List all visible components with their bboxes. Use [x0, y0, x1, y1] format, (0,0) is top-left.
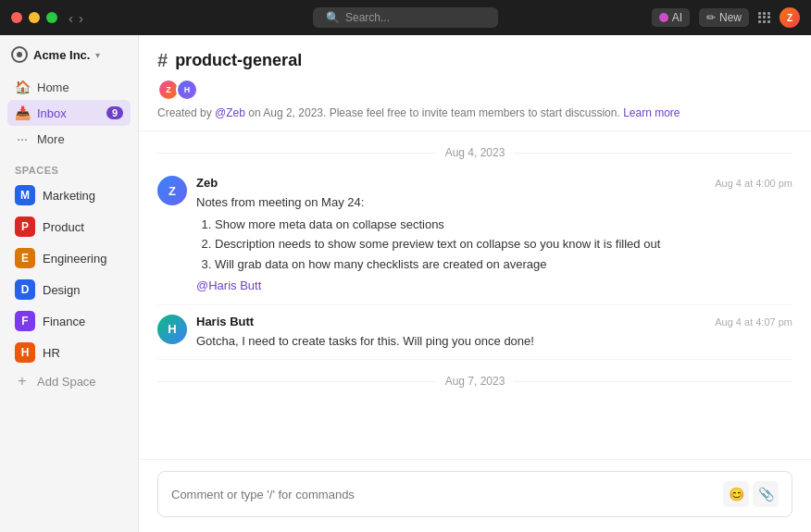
zeb-avatar: Z	[157, 176, 187, 205]
learn-more-link[interactable]: Learn more	[623, 106, 680, 119]
mention-link[interactable]: @Haris Butt	[196, 278, 261, 292]
message-1-intro: Notes from meeting on May 24:	[196, 193, 792, 212]
plus-icon: +	[15, 374, 30, 389]
minimize-button[interactable]	[29, 12, 40, 23]
home-label: Home	[37, 80, 69, 94]
back-icon[interactable]: ‹	[69, 10, 73, 26]
channel-description: Created by @Zeb on Aug 2, 2023. Please f…	[157, 106, 792, 119]
sidebar-item-design[interactable]: D Design	[7, 274, 131, 305]
engineering-label: Engineering	[43, 252, 106, 266]
new-label: New	[719, 11, 742, 24]
global-search[interactable]: 🔍 Search...	[313, 7, 498, 28]
forward-icon[interactable]: ›	[79, 10, 83, 26]
list-item: Show more meta data on collapse sections	[215, 216, 792, 234]
marketing-label: Marketing	[43, 189, 95, 203]
inbox-icon: 📥	[15, 105, 30, 120]
message-2-author: Haris Butt	[196, 315, 254, 328]
workspace-name: Acme Inc.	[33, 48, 90, 62]
channel-title: # product-general	[157, 50, 792, 71]
pencil-icon: ✏	[706, 11, 716, 24]
message-2: H Haris Butt Aug 4 at 4:07 pm Gotcha, I …	[157, 305, 792, 361]
window-controls	[11, 12, 57, 23]
add-space-button[interactable]: + Add Space	[7, 368, 131, 394]
message-1-body: Notes from meeting on May 24: Show more …	[196, 193, 792, 295]
comment-input[interactable]	[171, 488, 723, 501]
desc-user-link[interactable]: @Zeb	[215, 106, 245, 119]
message-1-header: Zeb Aug 4 at 4:00 pm	[196, 176, 792, 190]
desc-prefix: Created by	[157, 106, 215, 119]
message-2-text: Gotcha, I need to create tasks for this.…	[196, 332, 792, 351]
home-icon: 🏠	[15, 80, 30, 94]
workspace-logo	[11, 46, 28, 63]
finance-dot: F	[15, 311, 35, 331]
channel-members: Z H	[157, 79, 792, 101]
date-label-2: Aug 7, 2023	[445, 375, 505, 388]
more-label: More	[37, 132, 65, 146]
inbox-label: Inbox	[37, 106, 67, 120]
spaces-label: Spaces	[0, 155, 138, 179]
sidebar-item-inbox[interactable]: 📥 Inbox 9	[7, 100, 131, 126]
content-area: # product-general Z H Created by @Zeb on…	[139, 35, 811, 532]
search-placeholder: Search...	[345, 11, 390, 24]
user-avatar[interactable]: Z	[780, 7, 800, 28]
list-item: Description needs to show some preview t…	[215, 235, 792, 254]
add-space-label: Add Space	[37, 375, 96, 389]
sidebar: Acme Inc. ▾ 🏠 Home 📥 Inbox 9 ··· More Sp…	[0, 35, 139, 532]
message-2-time: Aug 4 at 4:07 pm	[715, 316, 792, 328]
history-nav: ‹ ›	[69, 10, 83, 26]
workspace-selector[interactable]: Acme Inc. ▾	[0, 35, 138, 70]
marketing-dot: M	[15, 185, 35, 205]
comment-actions: 😊 📎	[723, 481, 779, 507]
inbox-badge: 9	[106, 106, 123, 119]
message-2-header: Haris Butt Aug 4 at 4:07 pm	[196, 315, 792, 328]
finance-label: Finance	[43, 315, 85, 328]
emoji-button[interactable]: 😊	[723, 481, 749, 507]
desc-date: on Aug 2, 2023. Please feel free to invi…	[245, 106, 620, 119]
search-icon: 🔍	[326, 11, 340, 24]
sidebar-nav: 🏠 Home 📥 Inbox 9 ··· More	[0, 70, 138, 155]
comment-area: 😊 📎	[139, 459, 811, 532]
sidebar-item-marketing[interactable]: M Marketing	[7, 179, 131, 211]
hash-icon: #	[157, 50, 168, 71]
message-1-list: Show more meta data on collapse sections…	[196, 216, 792, 274]
chevron-down-icon: ▾	[95, 50, 100, 60]
sidebar-item-engineering[interactable]: E Engineering	[7, 242, 131, 274]
sidebar-item-finance[interactable]: F Finance	[7, 305, 131, 337]
main-layout: Acme Inc. ▾ 🏠 Home 📥 Inbox 9 ··· More Sp…	[0, 35, 811, 532]
ai-button[interactable]: AI	[652, 8, 690, 27]
product-label: Product	[43, 220, 84, 234]
message-1-content: Zeb Aug 4 at 4:00 pm Notes from meeting …	[196, 176, 792, 295]
titlebar-right: AI ✏ New Z	[652, 7, 800, 28]
message-1: Z Zeb Aug 4 at 4:00 pm Notes from meetin…	[157, 167, 792, 305]
date-divider-2: Aug 7, 2023	[157, 360, 792, 395]
comment-input-wrapper[interactable]: 😊 📎	[157, 471, 792, 517]
sidebar-item-product[interactable]: P Product	[7, 211, 131, 242]
fullscreen-button[interactable]	[46, 12, 57, 23]
message-1-time: Aug 4 at 4:00 pm	[715, 178, 792, 189]
product-dot: P	[15, 217, 35, 237]
haris-avatar: H	[157, 315, 187, 344]
list-item: Will grab data on how many checklists ar…	[215, 255, 792, 274]
channel-name: product-general	[175, 51, 302, 70]
date-divider-1: Aug 4, 2023	[157, 131, 792, 167]
new-button[interactable]: ✏ New	[699, 8, 749, 27]
hr-dot: H	[15, 342, 35, 363]
titlebar: ‹ › 🔍 Search... AI ✏ New Z	[0, 0, 811, 35]
date-label-1: Aug 4, 2023	[445, 146, 505, 159]
attach-button[interactable]: 📎	[753, 481, 779, 507]
more-icon: ···	[15, 131, 30, 146]
message-2-content: Haris Butt Aug 4 at 4:07 pm Gotcha, I ne…	[196, 315, 792, 351]
sidebar-item-home[interactable]: 🏠 Home	[7, 74, 131, 100]
message-2-body: Gotcha, I need to create tasks for this.…	[196, 332, 792, 351]
message-1-author: Zeb	[196, 176, 218, 190]
member-avatar-2: H	[176, 79, 198, 101]
channel-header: # product-general Z H Created by @Zeb on…	[139, 35, 811, 131]
ai-label: AI	[672, 11, 682, 24]
design-dot: D	[15, 279, 35, 300]
ai-icon	[659, 13, 668, 22]
grid-icon[interactable]	[758, 12, 770, 24]
close-button[interactable]	[11, 12, 22, 23]
sidebar-item-hr[interactable]: H HR	[7, 337, 131, 368]
sidebar-item-more[interactable]: ··· More	[7, 126, 131, 152]
hr-label: HR	[43, 346, 60, 360]
